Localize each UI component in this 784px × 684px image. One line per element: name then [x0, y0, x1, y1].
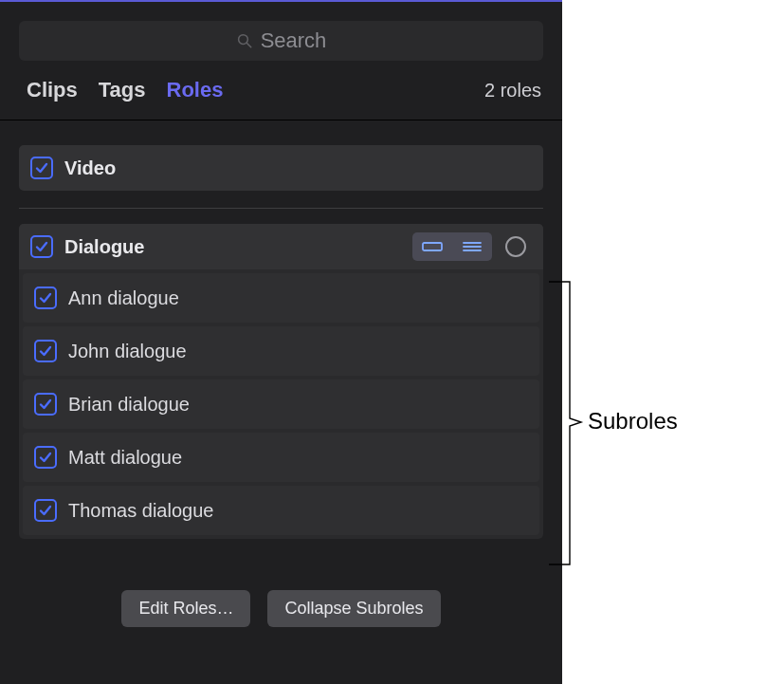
search-field[interactable]: Search [19, 21, 543, 61]
check-icon [38, 290, 53, 305]
search-icon [236, 32, 253, 49]
tab-roles[interactable]: Roles [167, 78, 224, 102]
annotation-label: Subroles [588, 408, 678, 434]
lane-expanded-button[interactable] [452, 232, 492, 261]
subrole-row[interactable]: Ann dialogue [23, 273, 539, 323]
subrole-row[interactable]: Brian dialogue [23, 379, 539, 429]
roles-separator [19, 208, 543, 209]
check-icon [38, 397, 53, 412]
role-dialogue-block: Dialogue [19, 224, 543, 539]
role-dialogue-label: Dialogue [64, 236, 144, 258]
focus-role-button[interactable] [505, 236, 526, 257]
checkbox-subrole[interactable] [34, 393, 57, 416]
check-icon [38, 343, 53, 359]
svg-line-1 [246, 43, 251, 47]
check-icon [34, 239, 49, 254]
checkbox-subrole[interactable] [34, 287, 57, 309]
checkbox-video[interactable] [30, 157, 53, 179]
svg-rect-2 [423, 243, 442, 250]
subrole-label: Thomas dialogue [68, 500, 213, 522]
check-icon [38, 450, 53, 465]
annotation-subroles: Subroles [545, 280, 773, 574]
checkbox-subrole[interactable] [34, 499, 57, 522]
subrole-row[interactable]: John dialogue [23, 326, 539, 376]
roles-content: Video Dialogue [0, 120, 562, 627]
search-container: Search [0, 2, 562, 72]
lane-collapsed-button[interactable] [412, 232, 452, 261]
tab-clips[interactable]: Clips [27, 78, 78, 102]
checkbox-subrole[interactable] [34, 340, 57, 362]
checkbox-dialogue[interactable] [30, 235, 53, 258]
subrole-row[interactable]: Matt dialogue [23, 433, 539, 482]
subrole-row[interactable]: Thomas dialogue [23, 486, 539, 535]
button-bar: Edit Roles… Collapse Subroles [19, 556, 543, 627]
lane-expanded-icon [461, 240, 483, 253]
timeline-index-panel: Search Clips Tags Roles 2 roles Video [0, 0, 562, 684]
tab-tags[interactable]: Tags [99, 78, 146, 102]
subrole-label: John dialogue [68, 341, 187, 362]
checkbox-subrole[interactable] [34, 446, 57, 469]
dialogue-header-controls [412, 232, 532, 261]
tabs-row: Clips Tags Roles 2 roles [0, 72, 562, 120]
collapse-subroles-button[interactable]: Collapse Subroles [267, 590, 440, 627]
role-dialogue-header[interactable]: Dialogue [19, 224, 543, 269]
roles-count-label: 2 roles [484, 80, 541, 102]
check-icon [38, 503, 53, 518]
check-icon [34, 160, 49, 176]
role-video-block: Video [19, 145, 543, 191]
search-placeholder: Search [261, 28, 327, 53]
edit-roles-button[interactable]: Edit Roles… [121, 590, 250, 627]
role-video-header[interactable]: Video [19, 145, 543, 191]
lane-collapsed-icon [421, 240, 444, 253]
lane-display-segmented [412, 232, 492, 261]
subrole-label: Matt dialogue [68, 447, 182, 469]
subrole-label: Brian dialogue [68, 394, 190, 416]
role-video-label: Video [64, 157, 116, 179]
subrole-label: Ann dialogue [68, 287, 179, 309]
